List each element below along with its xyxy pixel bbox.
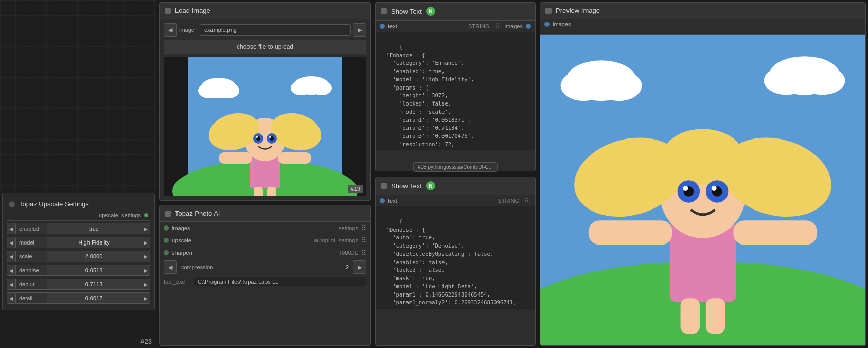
tpai-label: tpai_exe xyxy=(164,279,192,285)
compression-arrow-right[interactable]: ▶ xyxy=(353,260,366,274)
compression-label: compression xyxy=(181,264,344,270)
detail-label: detail xyxy=(16,292,47,304)
show-text-2-content: { 'Denoise': { 'auto': true, 'category':… xyxy=(376,206,535,309)
file-name-text: example.png xyxy=(204,27,237,33)
svg-rect-10 xyxy=(278,152,311,164)
enabled-arrow-right[interactable]: ▶ xyxy=(141,223,150,234)
svg-rect-20 xyxy=(254,187,263,196)
scale-arrow-left[interactable]: ◀ xyxy=(7,251,16,262)
preview-title: Preview Image xyxy=(556,7,600,14)
settings-indicator xyxy=(9,201,15,207)
middle-section: Load Image ◀ image example.png ▶ choose … xyxy=(157,0,373,348)
preview-header-square-icon xyxy=(545,8,552,14)
output-label: upscale_settings xyxy=(99,212,141,218)
show-text-1-io-row: text STRING ⠿ images xyxy=(376,21,535,32)
svg-rect-9 xyxy=(219,152,252,164)
deblur-label: deblur xyxy=(16,279,47,290)
settings-header: Topaz Upscale Settings xyxy=(7,197,150,211)
images-input-dot xyxy=(164,225,169,231)
param-row-model: ◀ model High Fidelity ▶ xyxy=(7,236,150,249)
load-image-content: ◀ image example.png ▶ choose file to upl… xyxy=(160,19,370,200)
model-arrow-left[interactable]: ◀ xyxy=(7,237,16,248)
file-navigation: ◀ image example.png ▶ xyxy=(164,23,366,37)
sharpen-right-label: IMAGE xyxy=(340,250,358,256)
tpai-row: tpai_exe C:\Program Files\Topaz Labs LL xyxy=(160,275,370,288)
compression-arrow-left[interactable]: ◀ xyxy=(164,260,177,274)
scale-arrow-right[interactable]: ▶ xyxy=(141,251,150,262)
svg-point-36 xyxy=(662,129,743,185)
text-2-string-label: STRING xyxy=(498,198,519,204)
io-row-upscale: upscale autopilot_settings ⠿ xyxy=(160,234,370,247)
preview-image-node: Preview Image images xyxy=(540,2,866,346)
next-image-button[interactable]: ▶ xyxy=(353,23,366,37)
param-row-denoise: ◀ denoise 0.0518 ▶ xyxy=(7,264,150,276)
comfy-icon-1: N xyxy=(426,7,435,16)
show-text-2-header: Show Text N xyxy=(376,177,535,195)
detail-arrow-right[interactable]: ▶ xyxy=(141,292,150,304)
svg-point-18 xyxy=(256,136,258,138)
show-text-2-square-icon xyxy=(381,183,387,189)
model-label: model xyxy=(16,237,47,248)
svg-rect-31 xyxy=(589,220,672,245)
preview-header: Preview Image xyxy=(540,3,865,19)
denoise-arrow-right[interactable]: ▶ xyxy=(141,265,150,276)
show-text-1-header: Show Text N xyxy=(376,3,535,21)
scale-value: 2.0000 xyxy=(47,251,141,262)
text-1-output-label: images xyxy=(505,23,523,29)
load-image-node: Load Image ◀ image example.png ▶ choose … xyxy=(159,2,371,201)
text-1-input-dot xyxy=(380,24,385,29)
compression-value: 2 xyxy=(346,264,349,270)
deblur-arrow-left[interactable]: ◀ xyxy=(7,279,16,290)
show-text-section: Show Text N text STRING ⠿ images { 'Enha… xyxy=(373,0,538,348)
svg-point-7 xyxy=(311,81,332,95)
prev-image-button[interactable]: ◀ xyxy=(164,23,177,37)
enabled-label: enabled xyxy=(16,223,47,234)
images-grid-icon: ⠿ xyxy=(361,224,366,232)
enabled-arrow-left[interactable]: ◀ xyxy=(7,223,16,234)
param-row-scale: ◀ scale 2.0000 ▶ xyxy=(7,250,150,263)
comfy-icon-2: N xyxy=(426,181,435,190)
separator xyxy=(7,220,150,221)
model-value: High Fidelity xyxy=(47,237,141,248)
show-text-2-io-row: text STRING ⠿ xyxy=(376,195,535,206)
io-row-images: images settings ⠿ xyxy=(160,222,370,234)
deblur-arrow-right[interactable]: ▶ xyxy=(141,279,150,290)
scale-label: scale xyxy=(16,251,47,262)
svg-rect-44 xyxy=(706,298,725,334)
topaz-header-square-icon xyxy=(165,211,171,217)
svg-point-19 xyxy=(269,136,271,138)
node-number-19: #19 xyxy=(348,185,363,193)
text-2-input-dot xyxy=(380,198,385,203)
denoise-arrow-left[interactable]: ◀ xyxy=(7,265,16,276)
upscale-label: upscale xyxy=(172,237,311,243)
show-text-2-title: Show Text xyxy=(391,182,422,190)
sharpen-input-dot xyxy=(164,250,169,255)
denoise-value: 0.0518 xyxy=(47,265,141,276)
upload-button[interactable]: choose file to upload xyxy=(164,40,366,54)
compression-row: ◀ compression 2 ▶ xyxy=(160,259,370,275)
upscale-right-label: autopilot_settings xyxy=(314,237,358,243)
io-row-sharpen: sharpen IMAGE ⠿ xyxy=(160,247,370,259)
preview-output-dot xyxy=(544,22,550,27)
svg-point-26 xyxy=(596,71,642,101)
show-text-node-2: Show Text N text STRING ⠿ { 'Denoise': {… xyxy=(375,177,536,346)
preview-output-row: images xyxy=(540,19,865,29)
model-arrow-right[interactable]: ▶ xyxy=(141,237,150,248)
upscale-grid-icon: ⠿ xyxy=(361,236,366,245)
show-text-node-1: Show Text N text STRING ⠿ images { 'Enha… xyxy=(375,2,536,171)
sharpen-label: sharpen xyxy=(172,250,337,256)
svg-point-3 xyxy=(198,83,219,98)
svg-point-4 xyxy=(219,83,239,98)
preview-cartoon-svg xyxy=(540,29,865,345)
enabled-value: true xyxy=(47,223,141,234)
load-image-header: Load Image xyxy=(160,3,370,19)
topaz-photo-ai-node: Topaz Photo AI images settings ⠿ upscale… xyxy=(159,205,371,346)
detail-arrow-left[interactable]: ◀ xyxy=(7,292,16,304)
svg-point-41 xyxy=(683,186,688,191)
text-1-input-label: text xyxy=(388,23,465,29)
param-row-deblur: ◀ deblur 0.7113 ▶ xyxy=(7,278,150,290)
svg-rect-32 xyxy=(733,220,817,245)
sharpen-grid-icon: ⠿ xyxy=(361,249,366,257)
svg-rect-43 xyxy=(681,298,700,334)
preview-image-content xyxy=(540,29,865,345)
